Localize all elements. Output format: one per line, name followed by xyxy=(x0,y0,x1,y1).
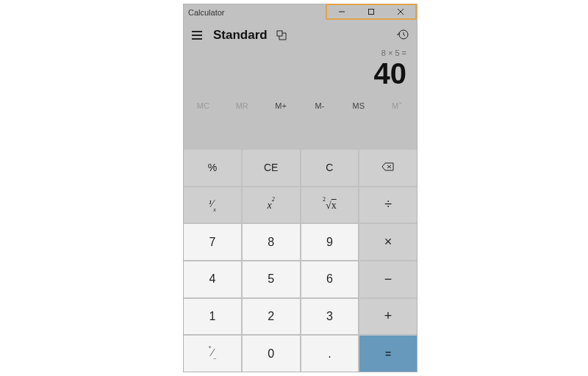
memory-recall-button[interactable]: MR xyxy=(223,101,262,118)
add-button[interactable]: + xyxy=(359,299,417,335)
digit-5-button[interactable]: 5 xyxy=(243,261,300,297)
percent-button[interactable]: % xyxy=(184,150,241,186)
square-button[interactable]: x2 xyxy=(243,187,300,223)
digit-9-button[interactable]: 9 xyxy=(301,224,359,260)
subtract-button[interactable]: − xyxy=(359,261,417,297)
close-button[interactable] xyxy=(386,5,415,18)
hamburger-icon[interactable] xyxy=(190,31,204,40)
digit-0-button[interactable]: 0 xyxy=(243,336,300,372)
svg-rect-1 xyxy=(369,10,374,15)
memory-store-button[interactable]: MS xyxy=(339,101,378,118)
multiply-button[interactable]: × xyxy=(359,224,417,260)
keep-on-top-icon[interactable] xyxy=(276,30,287,40)
titlebar: Calculator xyxy=(184,4,417,21)
equals-button[interactable]: = xyxy=(359,336,417,372)
memory-list-button[interactable]: M˅ xyxy=(378,101,417,118)
memory-clear-button[interactable]: MC xyxy=(184,101,223,118)
digit-2-button[interactable]: 2 xyxy=(243,299,300,335)
digit-6-button[interactable]: 6 xyxy=(301,261,359,297)
memory-row: MC MR M+ M- MS M˅ xyxy=(184,101,417,118)
clear-entry-button[interactable]: CE xyxy=(243,150,300,186)
keypad: % CE C ¹∕x x2 2√x ÷ 7 8 9 × 4 5 6 xyxy=(184,150,417,372)
window-title: Calculator xyxy=(184,8,225,17)
memory-plus-button[interactable]: M+ xyxy=(262,101,301,118)
divide-button[interactable]: ÷ xyxy=(359,187,417,223)
minimize-button[interactable] xyxy=(327,5,356,18)
digit-3-button[interactable]: 3 xyxy=(301,299,359,335)
reciprocal-button[interactable]: ¹∕x xyxy=(184,187,241,223)
digit-4-button[interactable]: 4 xyxy=(184,261,241,297)
memory-minus-button[interactable]: M- xyxy=(300,101,339,118)
display: 8 × 5 = 40 xyxy=(184,46,417,88)
toolbar: Standard xyxy=(184,25,417,46)
calculator-window: Calculator Standard xyxy=(183,4,417,372)
window-controls xyxy=(326,4,417,20)
digit-7-button[interactable]: 7 xyxy=(184,224,241,260)
decimal-button[interactable]: . xyxy=(301,336,359,372)
svg-rect-4 xyxy=(277,31,282,36)
digit-1-button[interactable]: 1 xyxy=(184,299,241,335)
expression-text: 8 × 5 = xyxy=(184,48,406,57)
backspace-icon xyxy=(381,162,395,173)
backspace-button[interactable] xyxy=(359,150,417,186)
history-icon[interactable] xyxy=(395,26,411,43)
digit-8-button[interactable]: 8 xyxy=(243,224,300,260)
result-text: 40 xyxy=(184,59,406,88)
clear-button[interactable]: C xyxy=(301,150,359,186)
maximize-button[interactable] xyxy=(356,5,386,18)
sqrt-button[interactable]: 2√x xyxy=(301,187,359,223)
negate-button[interactable]: +∕− xyxy=(184,336,241,372)
mode-label: Standard xyxy=(213,28,268,43)
